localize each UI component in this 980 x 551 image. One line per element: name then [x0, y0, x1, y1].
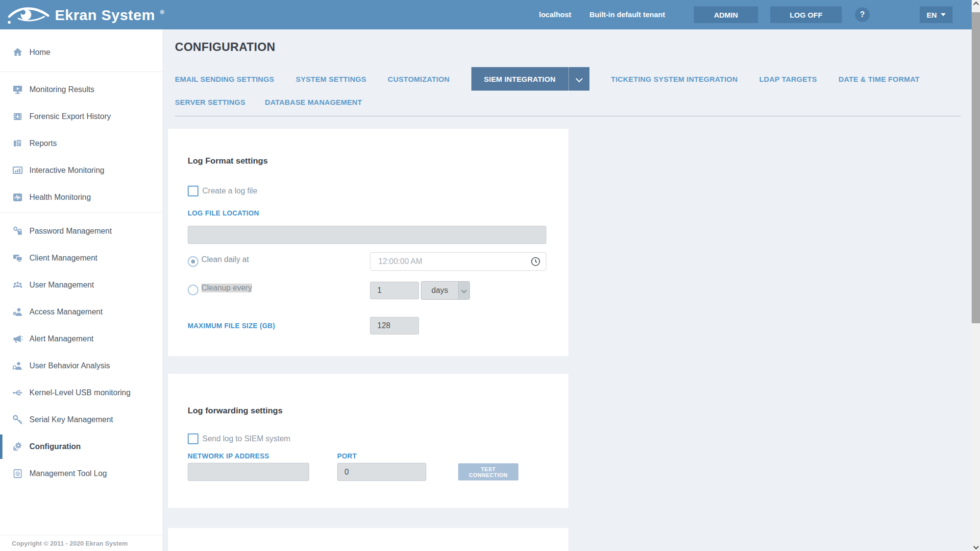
language-selector[interactable]: EN — [920, 6, 953, 23]
brand-name: Ekran System — [55, 7, 155, 24]
network-ip-input[interactable] — [188, 463, 309, 481]
registered-mark: ® — [160, 9, 164, 16]
top-header: Ekran System ® localhost Built-in defaul… — [0, 0, 980, 29]
sidebar-divider — [0, 72, 163, 72]
chevron-down-icon — [458, 282, 469, 299]
client-management-icon — [12, 253, 24, 264]
sidebar-item-label: Forensic Export History — [29, 112, 111, 121]
caret-down-icon — [941, 13, 946, 16]
configuration-icon — [12, 441, 24, 452]
forensic-export-history-icon — [12, 111, 24, 122]
access-management-icon — [12, 307, 24, 317]
tab-date-time-format[interactable]: DATE & TIME FORMAT — [838, 75, 920, 83]
tab-email-sending-settings[interactable]: EMAIL SENDING SETTINGS — [175, 75, 274, 83]
host-label: localhost — [539, 0, 571, 29]
tab-system-settings[interactable]: SYSTEM SETTINGS — [295, 75, 366, 83]
tabs-divider — [175, 116, 961, 117]
sidebar-item-label: Monitoring Results — [29, 85, 95, 94]
management-tool-log-icon — [12, 468, 24, 479]
cleanup-every-label[interactable]: Cleanup every — [201, 284, 252, 292]
tab-database-management[interactable]: DATABASE MANAGEMENT — [265, 98, 362, 106]
sidebar-item-health-monitoring[interactable]: Health Monitoring — [0, 185, 163, 210]
clean-daily-label[interactable]: Clean daily at — [201, 255, 249, 264]
password-management-icon — [12, 226, 24, 237]
sidebar-item-label: Home — [29, 48, 50, 57]
sidebar-item-reports[interactable]: Reports — [0, 131, 163, 156]
max-file-size-input[interactable] — [370, 317, 419, 335]
tab-ticketing-system-integration[interactable]: TICKETING SYSTEM INTEGRATION — [611, 75, 738, 83]
port-input[interactable] — [337, 463, 426, 481]
interactive-monitoring-icon — [12, 165, 24, 176]
scroll-down-arrow-icon[interactable] — [972, 542, 980, 551]
send-log-checkbox-row[interactable]: Send log to SIEM system — [188, 433, 291, 444]
sidebar-item-user-behavior-analysis[interactable]: User Behavior Analysis — [0, 354, 163, 378]
sidebar-divider — [0, 212, 163, 213]
sidebar-item-user-management[interactable]: User Management — [0, 273, 163, 297]
test-connection-button[interactable]: TEST CONNECTION — [458, 463, 518, 480]
cleanup-every-radio[interactable] — [188, 285, 198, 295]
health-monitoring-icon — [12, 192, 24, 203]
monitoring-results-icon — [12, 84, 24, 95]
log-file-location-input[interactable] — [188, 226, 546, 244]
log-forwarding-settings-panel: Log forwarding settings Send log to SIEM… — [168, 374, 568, 508]
sidebar-item-monitoring-results[interactable]: Monitoring Results — [0, 77, 163, 102]
admin-button[interactable]: ADMIN — [694, 6, 758, 23]
tabs-row-2: SERVER SETTINGS DATABASE MANAGEMENT — [175, 98, 362, 106]
log-format-settings-panel: Log Format settings Create a log file LO… — [168, 129, 568, 356]
tab-siem-integration-active[interactable]: SIEM INTEGRATION — [471, 67, 589, 91]
home-icon — [12, 47, 24, 58]
sidebar-item-label: Health Monitoring — [29, 193, 91, 202]
scroll-up-arrow-icon[interactable] — [972, 0, 980, 9]
max-file-size-label: MAXIMUM FILE SIZE (GB) — [188, 322, 275, 330]
vertical-scrollbar[interactable] — [972, 0, 980, 551]
clean-daily-radio[interactable] — [188, 256, 198, 267]
section-title: Log forwarding settings — [188, 406, 283, 416]
sidebar-divider — [0, 535, 163, 535]
sidebar-item-configuration[interactable]: Configuration — [0, 434, 163, 459]
clock-icon[interactable] — [531, 257, 540, 266]
main-content: CONFIGURATION EMAIL SENDING SETTINGS SYS… — [163, 29, 972, 551]
tab-ldap-targets[interactable]: LDAP TARGETS — [760, 75, 817, 83]
brand-logo[interactable]: Ekran System ® — [7, 3, 164, 27]
eye-logo-icon — [7, 3, 50, 27]
tab-server-settings[interactable]: SERVER SETTINGS — [175, 98, 245, 106]
clean-time-input[interactable] — [370, 252, 546, 271]
language-value: EN — [927, 11, 937, 19]
help-icon[interactable]: ? — [855, 7, 870, 22]
log-file-location-label: LOG FILE LOCATION — [188, 209, 259, 217]
create-log-file-label: Create a log file — [202, 187, 257, 195]
sidebar-item-label: Reports — [29, 139, 57, 148]
create-log-file-checkbox[interactable] — [188, 186, 198, 196]
sidebar-item-home[interactable]: Home — [0, 40, 163, 65]
serial-key-management-icon — [12, 414, 24, 425]
kernel-usb-monitoring-icon — [12, 387, 24, 398]
sidebar-item-management-tool-log[interactable]: Management Tool Log — [0, 461, 163, 486]
sidebar-item-interactive-monitoring[interactable]: Interactive Monitoring — [0, 158, 163, 183]
network-ip-label: NETWORK IP ADDRESS — [188, 452, 269, 460]
send-log-checkbox[interactable] — [188, 433, 198, 444]
cleanup-unit-select[interactable]: days — [421, 281, 470, 300]
sidebar-item-serial-key-management[interactable]: Serial Key Management — [0, 407, 163, 432]
sidebar-item-label: User Behavior Analysis — [29, 361, 110, 370]
reports-icon — [12, 138, 24, 149]
sidebar-item-label: Password Management — [29, 227, 112, 236]
sidebar-item-alert-management[interactable]: Alert Management — [0, 327, 163, 351]
sidebar-item-client-management[interactable]: Client Management — [0, 246, 163, 270]
logoff-button[interactable]: LOG OFF — [770, 6, 842, 23]
chevron-down-icon[interactable] — [568, 67, 589, 91]
sidebar-item-label: Interactive Monitoring — [29, 166, 104, 175]
sidebar-item-password-management[interactable]: Password Management — [0, 219, 163, 243]
sidebar-item-kernel-usb-monitoring[interactable]: Kernel-Level USB monitoring — [0, 381, 163, 405]
alert-management-icon — [12, 334, 24, 344]
cleanup-value-input[interactable] — [370, 282, 419, 299]
tab-customization[interactable]: CUSTOMIZATION — [388, 75, 449, 83]
port-label: PORT — [337, 452, 357, 460]
active-tab-label: SIEM INTEGRATION — [471, 67, 568, 91]
copyright-text: Copyright © 2011 - 2020 Ekran System — [12, 540, 127, 547]
sidebar-item-label: Configuration — [29, 442, 81, 451]
create-log-file-checkbox-row[interactable]: Create a log file — [188, 186, 257, 196]
scrollbar-thumb[interactable] — [972, 12, 980, 323]
sidebar-item-access-management[interactable]: Access Management — [0, 300, 163, 324]
sidebar-item-forensic-export-history[interactable]: Forensic Export History — [0, 104, 163, 129]
sidebar-item-label: User Management — [29, 281, 94, 289]
